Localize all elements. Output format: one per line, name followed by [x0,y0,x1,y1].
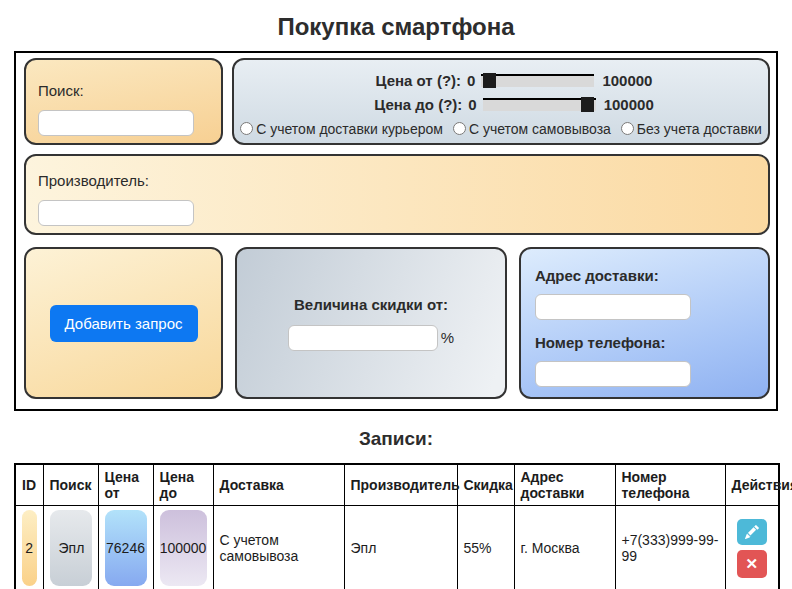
col-address: Адрес доставки [514,464,615,506]
query-form: Поиск: Цена от (?): 0 100000 Цена до (?)… [14,51,778,411]
delivery-courier-label: С учетом доставки курьером [256,121,443,137]
col-price-to: Цена до [153,464,213,506]
price-from-slider[interactable] [481,74,594,87]
address-panel: Адрес доставки: Номер телефона: [519,247,770,399]
id-badge: 2 [22,510,37,586]
delivery-option-courier[interactable]: С учетом доставки курьером [240,121,443,137]
table-header-row: ID Поиск Цена от Цена до Доставка Произв… [15,464,779,506]
price-to-slider[interactable] [483,98,596,111]
delivery-pickup-radio[interactable] [453,122,466,135]
price-to-badge: 100000 [160,510,207,586]
cell-price-to: 100000 [153,506,213,589]
cell-actions: ✕ [725,506,779,589]
price-to-max: 100000 [604,95,654,115]
delivery-option-none[interactable]: Без учета доставки [621,121,762,137]
delivery-pickup-label: С учетом самовывоза [469,121,611,137]
address-label: Адрес доставки: [535,267,754,284]
price-to-slider-thumb[interactable] [581,97,594,112]
cell-address: г. Москва [514,506,615,589]
delivery-none-radio[interactable] [621,122,634,135]
search-panel: Поиск: [24,58,223,145]
cell-search: Эпл [43,506,98,589]
manufacturer-input[interactable] [38,200,194,226]
x-icon: ✕ [745,555,758,573]
price-to-row: Цена до (?): 0 100000 [374,95,653,115]
table-row: 2 Эпл 76246 100000 С учетом самовывоза Э… [15,506,779,589]
price-from-max: 100000 [602,71,652,91]
pencil-icon [745,525,759,539]
price-to-label: Цена до (?): [374,95,462,115]
manufacturer-panel: Производитель: [24,154,770,235]
cell-delivery: С учетом самовывоза [213,506,344,589]
search-label: Поиск: [38,82,84,99]
records-heading: Записи: [0,428,792,450]
add-request-panel: Добавить запрос [24,247,223,399]
col-id: ID [15,464,43,506]
col-phone: Номер телефона [615,464,725,506]
search-input[interactable] [38,110,194,136]
col-manufacturer: Производитель [344,464,457,506]
delivery-options: С учетом доставки курьером С учетом само… [235,121,767,137]
cell-discount: 55% [457,506,514,589]
price-from-min: 0 [467,71,475,91]
col-search: Поиск [43,464,98,506]
price-from-badge: 76246 [105,510,147,586]
cell-phone: +7(333)999-99-99 [615,506,725,589]
price-from-row: Цена от (?): 0 100000 [376,71,653,91]
records-table: ID Поиск Цена от Цена до Доставка Произв… [14,463,780,589]
price-to-min: 0 [468,95,476,115]
col-actions: Действия [725,464,779,506]
delivery-courier-radio[interactable] [240,122,253,135]
edit-button[interactable] [737,519,767,545]
col-price-from: Цена от [98,464,153,506]
cell-manufacturer: Эпл [344,506,457,589]
add-request-button[interactable]: Добавить запрос [50,305,198,342]
cell-id: 2 [15,506,43,589]
discount-panel: Величина скидки от: % [235,247,507,399]
phone-input[interactable] [535,361,691,387]
col-discount: Скидка [457,464,514,506]
manufacturer-label: Производитель: [38,172,149,189]
page-title: Покупка смартфона [0,13,792,41]
price-panel: Цена от (?): 0 100000 Цена до (?): 0 100… [232,58,770,145]
price-from-label: Цена от (?): [376,71,462,91]
discount-input[interactable] [288,325,438,351]
price-from-slider-thumb[interactable] [483,73,496,88]
delivery-option-pickup[interactable]: С учетом самовывоза [453,121,611,137]
search-badge: Эпл [50,510,92,586]
discount-label: Величина скидки от: [294,296,448,313]
delete-button[interactable]: ✕ [737,550,767,578]
phone-label: Номер телефона: [535,334,754,351]
address-input[interactable] [535,294,691,320]
delivery-none-label: Без учета доставки [637,121,762,137]
cell-price-from: 76246 [98,506,153,589]
percent-suffix: % [441,329,454,346]
col-delivery: Доставка [213,464,344,506]
